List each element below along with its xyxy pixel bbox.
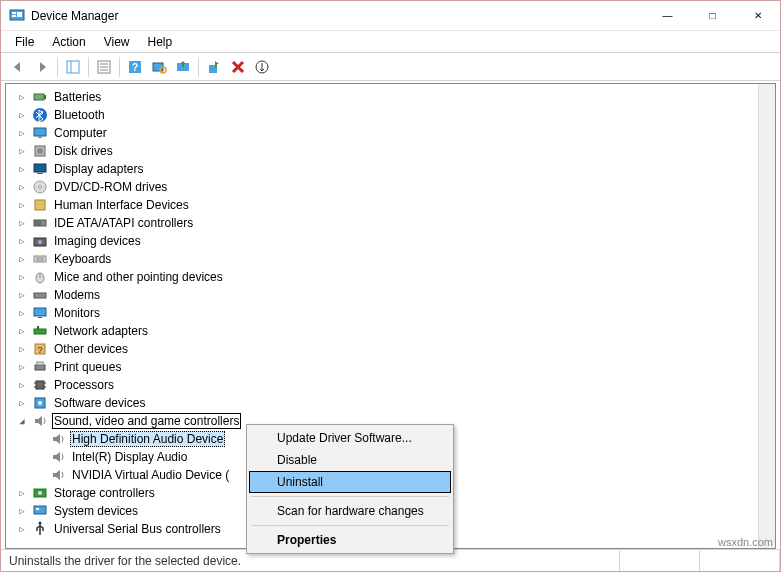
forward-button[interactable]: [31, 56, 53, 78]
tree-node[interactable]: ▷Human Interface Devices: [6, 196, 775, 214]
svg-rect-21: [38, 136, 42, 138]
disk-icon: [32, 143, 48, 159]
context-menu-item[interactable]: Disable: [249, 449, 451, 471]
tree-node[interactable]: ▷Monitors: [6, 304, 775, 322]
tree-node-label: Human Interface Devices: [52, 198, 191, 212]
tree-node[interactable]: ▷Mice and other pointing devices: [6, 268, 775, 286]
battery-icon: [32, 89, 48, 105]
tree-node[interactable]: ▷Display adapters: [6, 160, 775, 178]
expand-icon[interactable]: ▷: [16, 217, 28, 229]
tree-node-label: Print queues: [52, 360, 123, 374]
tree-node-label: Keyboards: [52, 252, 113, 266]
tree-node[interactable]: ▷Network adapters: [6, 322, 775, 340]
svg-point-27: [39, 186, 42, 189]
scan-hardware-button[interactable]: [148, 56, 170, 78]
expand-icon[interactable]: ▷: [16, 271, 28, 283]
show-hide-console-button[interactable]: [62, 56, 84, 78]
tree-node-label: Mice and other pointing devices: [52, 270, 225, 284]
software-icon: [32, 395, 48, 411]
expand-icon[interactable]: ▷: [16, 307, 28, 319]
context-menu-separator: [251, 525, 449, 526]
watermark: wsxdn.com: [718, 536, 773, 548]
expand-icon[interactable]: ▷: [16, 109, 28, 121]
context-menu-item[interactable]: Properties: [249, 529, 451, 551]
menu-action[interactable]: Action: [44, 33, 93, 51]
tree-node-label: Modems: [52, 288, 102, 302]
back-button[interactable]: [7, 56, 29, 78]
close-button[interactable]: ✕: [735, 1, 780, 30]
context-menu-item[interactable]: Scan for hardware changes: [249, 500, 451, 522]
disable-button[interactable]: [251, 56, 273, 78]
svg-rect-28: [35, 200, 45, 210]
tree-node[interactable]: ▷Software devices: [6, 394, 775, 412]
svg-rect-25: [37, 173, 43, 174]
tree-node[interactable]: ▷Batteries: [6, 88, 775, 106]
expand-icon[interactable]: ▷: [16, 253, 28, 265]
expand-icon[interactable]: ▷: [16, 127, 28, 139]
no-expand: [34, 469, 46, 481]
bluetooth-icon: [32, 107, 48, 123]
expand-icon[interactable]: ▷: [16, 325, 28, 337]
collapse-icon[interactable]: ◢: [16, 415, 28, 427]
expand-icon[interactable]: ▷: [16, 289, 28, 301]
expand-icon[interactable]: ▷: [16, 145, 28, 157]
expand-icon[interactable]: ▷: [16, 361, 28, 373]
tree-node[interactable]: ▷Processors: [6, 376, 775, 394]
network-icon: [32, 323, 48, 339]
speaker-icon: [50, 467, 66, 483]
expand-icon[interactable]: ▷: [16, 397, 28, 409]
tree-node[interactable]: ▷Disk drives: [6, 142, 775, 160]
mouse-icon: [32, 269, 48, 285]
expand-icon[interactable]: ▷: [16, 199, 28, 211]
window-title: Device Manager: [31, 9, 645, 23]
svg-rect-48: [35, 365, 45, 370]
svg-rect-42: [34, 308, 46, 316]
tree-node[interactable]: ▷Computer: [6, 124, 775, 142]
tree-node-label: Processors: [52, 378, 116, 392]
context-menu-item[interactable]: Update Driver Software...: [249, 427, 451, 449]
tree-node[interactable]: ▷Bluetooth: [6, 106, 775, 124]
tree-node-label: Monitors: [52, 306, 102, 320]
tree-node[interactable]: ▷Print queues: [6, 358, 775, 376]
menu-view[interactable]: View: [96, 33, 138, 51]
tree-node[interactable]: ▷IDE ATA/ATAPI controllers: [6, 214, 775, 232]
svg-rect-49: [37, 362, 43, 365]
tree-node[interactable]: ▷Imaging devices: [6, 232, 775, 250]
expand-icon[interactable]: ▷: [16, 343, 28, 355]
status-cell-3: [700, 550, 780, 571]
tree-node[interactable]: ▷Keyboards: [6, 250, 775, 268]
expand-icon[interactable]: ▷: [16, 379, 28, 391]
properties-button[interactable]: [93, 56, 115, 78]
keyboard-icon: [32, 251, 48, 267]
expand-icon[interactable]: ▷: [16, 91, 28, 103]
svg-rect-3: [17, 12, 22, 17]
enable-button[interactable]: [203, 56, 225, 78]
vertical-scrollbar[interactable]: [758, 84, 775, 548]
tree-node[interactable]: ▷Modems: [6, 286, 775, 304]
expand-icon[interactable]: ▷: [16, 163, 28, 175]
printer-icon: [32, 359, 48, 375]
context-menu-item[interactable]: Uninstall: [249, 471, 451, 493]
tree-node[interactable]: ▷DVD/CD-ROM drives: [6, 178, 775, 196]
tree-node[interactable]: ▷?Other devices: [6, 340, 775, 358]
update-driver-button[interactable]: [172, 56, 194, 78]
uninstall-button[interactable]: [227, 56, 249, 78]
expand-icon[interactable]: ▷: [16, 523, 28, 535]
svg-rect-50: [36, 381, 44, 389]
cpu-icon: [32, 377, 48, 393]
tree-node-label: Software devices: [52, 396, 147, 410]
expand-icon[interactable]: ▷: [16, 505, 28, 517]
maximize-button[interactable]: □: [690, 1, 735, 30]
usb-icon: [32, 521, 48, 537]
expand-icon[interactable]: ▷: [16, 181, 28, 193]
minimize-button[interactable]: —: [645, 1, 690, 30]
menu-file[interactable]: File: [7, 33, 42, 51]
tree-node-label: System devices: [52, 504, 140, 518]
imaging-icon: [32, 233, 48, 249]
help-button[interactable]: ?: [124, 56, 146, 78]
svg-text:?: ?: [132, 62, 138, 73]
expand-icon[interactable]: ▷: [16, 487, 28, 499]
expand-icon[interactable]: ▷: [16, 235, 28, 247]
menu-help[interactable]: Help: [140, 33, 181, 51]
tree-node-label: Network adapters: [52, 324, 150, 338]
